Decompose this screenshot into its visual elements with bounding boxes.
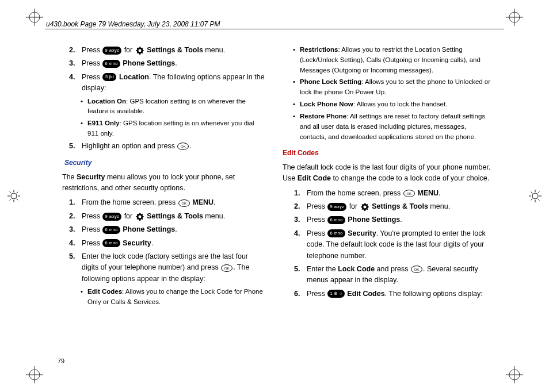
list-number: 3. bbox=[294, 214, 307, 225]
bullet-item: •Phone Lock Setting: Allows you to set t… bbox=[283, 77, 491, 98]
text-bold: Restrictions bbox=[300, 46, 338, 53]
security-heading: Security bbox=[64, 157, 266, 168]
list-number: 6. bbox=[294, 289, 307, 299]
text: From the home screen, press bbox=[307, 189, 403, 197]
text: Press bbox=[82, 59, 102, 67]
text-bold: Location On bbox=[87, 98, 126, 105]
text: Highlight an option and press bbox=[82, 142, 177, 150]
list-number: 4. bbox=[69, 72, 82, 94]
settings-gear-icon bbox=[360, 202, 369, 212]
text-bold: MENU bbox=[417, 189, 439, 197]
text: Press bbox=[82, 46, 102, 54]
key-6-icon: 6 mno bbox=[102, 226, 120, 234]
gear-mark-right bbox=[527, 188, 543, 204]
ok-key-icon: OK bbox=[411, 266, 422, 273]
text-bold: Phone Settings bbox=[123, 59, 175, 67]
list-item: 3. Press 6 mno Phone Settings. bbox=[58, 224, 266, 235]
list-item: 5. Enter the lock code (factory settings… bbox=[58, 251, 266, 285]
text: menu. bbox=[203, 212, 225, 220]
list-item: 4. Press 5 jkl Location. The following o… bbox=[58, 72, 266, 94]
bullet-item: • E911 Only: GPS location setting is on … bbox=[58, 118, 266, 139]
key-6-icon: 6 mno bbox=[102, 60, 120, 68]
key-9-icon: 9 wxyz bbox=[102, 213, 121, 221]
list-item: 2. Press 9 wxyz for Settings & Tools men… bbox=[58, 45, 266, 56]
svg-point-13 bbox=[532, 193, 538, 199]
header-rule bbox=[45, 29, 504, 29]
ok-key-icon: OK bbox=[403, 190, 415, 197]
text: for bbox=[122, 212, 135, 220]
text: . The following options display: bbox=[385, 290, 483, 298]
list-item: 4. Press 6 mno Security. bbox=[58, 238, 266, 249]
list-item: 5. Enter the Lock Code and press OK. Sev… bbox=[283, 264, 491, 286]
list-number: 3. bbox=[69, 224, 82, 235]
crop-mark-tr bbox=[506, 9, 523, 26]
paragraph: The default lock code is the last four d… bbox=[283, 162, 491, 185]
text: Press bbox=[307, 229, 327, 237]
list-number: 5. bbox=[69, 141, 82, 152]
text-bold: Settings & Tools bbox=[147, 46, 203, 54]
text: Press bbox=[82, 73, 102, 81]
crop-mark-tl bbox=[26, 9, 43, 26]
bullet-item: •Lock Phone Now: Allows you to lock the … bbox=[283, 99, 491, 110]
text-bold: MENU bbox=[192, 198, 214, 206]
key-6-icon: 6 mno bbox=[327, 216, 345, 224]
text: menu. bbox=[428, 202, 450, 210]
list-number: 1. bbox=[69, 197, 82, 208]
list-number: 3. bbox=[69, 58, 82, 69]
edit-codes-heading: Edit Codes bbox=[283, 148, 491, 159]
text: Press bbox=[82, 225, 102, 233]
list-item: 3. Press 6 mno Phone Settings. bbox=[283, 214, 491, 225]
text-bold: Settings & Tools bbox=[372, 202, 428, 210]
text-bold: Phone Settings bbox=[348, 216, 400, 224]
text-bold: Phone Lock Setting bbox=[300, 78, 361, 85]
list-item: 2. Press 9 wxyz for Settings & Tools men… bbox=[283, 201, 491, 212]
text-bold: E911 Only bbox=[87, 120, 120, 126]
key-6-icon: 6 mno bbox=[327, 229, 345, 237]
key-5-icon: 5 jkl bbox=[102, 73, 116, 81]
text-bold: Lock Phone Now bbox=[300, 101, 353, 107]
text: menu. bbox=[203, 46, 225, 54]
paragraph: The Security menu allows you to lock you… bbox=[58, 172, 266, 194]
right-column: •Restrictions: Allows you to restrict th… bbox=[283, 45, 491, 358]
text: Press bbox=[307, 202, 327, 210]
text: From the home screen, press bbox=[82, 198, 178, 206]
svg-point-12 bbox=[11, 193, 17, 199]
list-item: 2. Press 9 wxyz for Settings & Tools men… bbox=[58, 211, 266, 222]
text: for bbox=[122, 46, 135, 54]
bullet-item: •Restrictions: Allows you to restrict th… bbox=[283, 45, 491, 75]
list-item: 5. Highlight an option and press OK. bbox=[58, 141, 266, 152]
ok-key-icon: OK bbox=[178, 199, 190, 207]
text-bold: Edit Codes bbox=[347, 290, 384, 298]
left-column: 2. Press 9 wxyz for Settings & Tools men… bbox=[58, 45, 266, 358]
text: : Allows you to lock the handset. bbox=[353, 101, 448, 107]
list-number: 5. bbox=[294, 264, 307, 286]
ok-key-icon: OK bbox=[221, 264, 232, 272]
text: Press bbox=[307, 290, 327, 298]
bullet-item: • Location On: GPS location setting is o… bbox=[58, 97, 266, 117]
text: and press bbox=[375, 265, 410, 273]
page-number: 79 bbox=[58, 358, 64, 364]
text-bold: Security bbox=[123, 239, 151, 247]
list-item: 4. Press 6 mno Security. You're prompted… bbox=[283, 228, 491, 262]
list-number: 2. bbox=[69, 45, 82, 56]
page-header: u430.book Page 79 Wednesday, July 23, 20… bbox=[46, 20, 220, 28]
settings-gear-icon bbox=[135, 212, 144, 221]
text-bold: Edit Codes bbox=[87, 288, 122, 295]
text: for bbox=[347, 202, 360, 210]
text-bold: Location bbox=[119, 73, 149, 81]
crop-mark-br bbox=[506, 366, 523, 383]
crop-mark-bl bbox=[26, 366, 43, 383]
list-item: 1. From the home screen, press OK MENU. bbox=[283, 188, 491, 199]
text-bold: Settings & Tools bbox=[147, 212, 203, 220]
key-9-icon: 9 wxyz bbox=[327, 203, 346, 211]
text-bold: Lock Code bbox=[338, 265, 375, 273]
text: Press bbox=[82, 212, 102, 220]
text: Press bbox=[82, 239, 102, 247]
text-bold: Restore Phone bbox=[300, 113, 346, 120]
list-item: 1. From the home screen, press OK MENU. bbox=[58, 197, 266, 208]
ok-key-icon: OK bbox=[177, 143, 189, 150]
gear-mark-left bbox=[6, 188, 22, 204]
settings-gear-icon bbox=[135, 46, 144, 55]
list-item: 3. Press 6 mno Phone Settings. bbox=[58, 58, 266, 69]
text-bold: Security bbox=[348, 229, 376, 237]
